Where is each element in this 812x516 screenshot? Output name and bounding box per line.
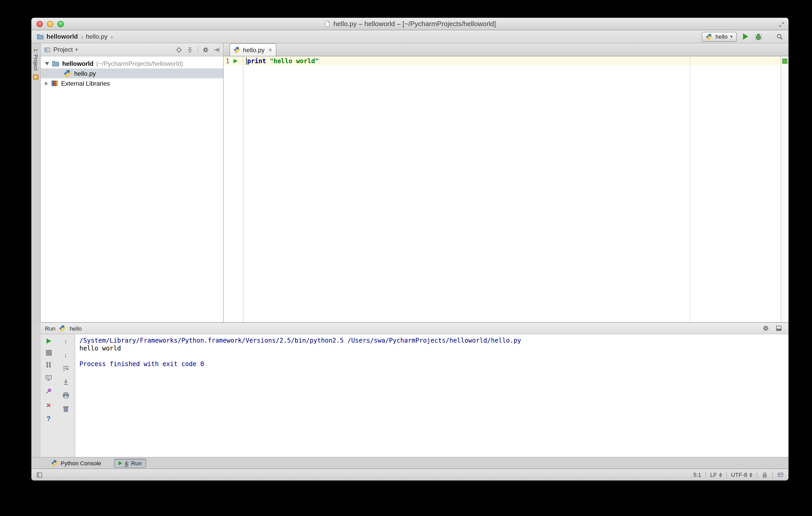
lock-icon[interactable] [761,472,768,478]
titlebar[interactable]: hello.py – helloworld – [~/PycharmProjec… [31,18,788,30]
down-stack-trace-icon[interactable]: ↓ [64,352,67,358]
tree-row-external-libraries[interactable]: External Libraries [41,78,223,88]
rerun-button[interactable] [46,338,51,344]
project-panel: Project ▾ helloworld (~/ [41,43,224,322]
up-stack-trace-icon[interactable]: ↑ [64,338,67,345]
expand-arrow-icon[interactable] [45,81,48,85]
tree-row-hello-py[interactable]: hello.py [41,68,223,78]
python-file-icon [234,47,240,53]
run-toolwindow-button[interactable]: 4: Run [114,458,146,468]
line-separator-widget[interactable]: LF [710,472,717,478]
run-toolwindow-body: × ? ↑ ↓ /System/Library/Frameworks/Pytho… [41,334,788,457]
stop-button[interactable] [46,350,52,356]
pycharm-window: hello.py – helloworld – [~/PycharmProjec… [31,18,788,481]
toolwindow-switcher-icon[interactable] [36,472,43,478]
libraries-icon [51,80,59,87]
gear-icon[interactable] [202,46,209,53]
zoom-window-button[interactable] [57,21,64,27]
project-tree: helloworld (~/PycharmProjects/helloworld… [41,56,223,88]
project-toolwindow-label: 1: Project [33,49,39,71]
navigation-bar: helloworld › hello.py › hello ▾ [31,30,788,43]
run-tab-label[interactable]: hello [69,325,82,331]
python-icon [706,33,713,40]
scroll-to-end-icon[interactable] [62,378,69,386]
traffic-lights [36,21,64,27]
pause-output-button[interactable] [47,362,51,368]
collapse-arrow-icon[interactable] [45,62,49,65]
status-separator [705,472,706,478]
breadcrumb-file[interactable]: hello.py [86,33,108,40]
left-toolwindow-stripe: 1: Project [31,43,41,322]
error-stripe-ok-marker[interactable] [782,59,787,64]
project-panel-title[interactable]: Project [53,46,73,53]
run-toolbar-primary: × ? [41,334,56,457]
run-configuration-select[interactable]: hello ▾ [702,32,737,41]
code-area[interactable]: print "hello world" [243,56,781,322]
desktop-background: hello.py – helloworld – [~/PycharmProjec… [0,0,812,516]
status-bar: 5:1 LF UTF-8 [31,468,788,481]
python-console-button[interactable]: Python Console [47,458,105,468]
help-icon[interactable]: ? [47,415,51,422]
gear-icon[interactable] [762,325,769,332]
console-line: hello world [80,345,784,353]
tree-external-libraries-label[interactable]: External Libraries [61,80,110,87]
caret-position[interactable]: 5:1 [693,472,701,478]
run-toolwindow-header: Run hello [41,323,788,334]
chevron-down-icon: ▾ [730,34,732,39]
tree-root-path: (~/PycharmProjects/helloworld) [96,60,183,67]
editor-body[interactable]: 1 print "hello world" [224,56,788,322]
python-icon [51,460,58,466]
gutter-line-1: 1 [224,56,243,65]
python-icon [59,325,66,332]
project-panel-header: Project ▾ [41,43,223,56]
status-bar-widgets: 5:1 LF UTF-8 [693,472,784,478]
editor-tab-bar: hello.py × [224,43,788,56]
screen-reader-icon[interactable] [777,472,784,478]
print-icon[interactable] [62,392,69,399]
close-toolwindow-button[interactable]: × [46,401,51,409]
folder-icon [52,60,60,67]
main-area: 1: Project Project ▾ [31,43,788,322]
close-window-button[interactable] [36,21,43,27]
status-separator [772,472,773,478]
project-toolwindow-button[interactable]: 1: Project [31,49,40,81]
console-output[interactable]: /System/Library/Frameworks/Python.framew… [75,334,788,457]
spinner-arrows-icon [749,473,752,477]
run-button[interactable] [743,33,748,40]
tree-file-name[interactable]: hello.py [74,70,96,77]
window-title-text: hello.py – helloworld – [~/PycharmProjec… [334,20,496,28]
dock-panel-icon[interactable] [776,325,782,332]
minimize-window-button[interactable] [47,21,53,27]
run-line-icon[interactable] [234,59,238,63]
chevron-down-icon[interactable]: ▾ [76,47,78,52]
clear-all-icon[interactable] [62,405,69,413]
code-keyword: print [247,57,266,64]
scroll-to-source-icon[interactable] [176,46,182,53]
console-line: Process finished with exit code 0 [80,360,784,368]
encoding-widget[interactable]: UTF-8 [731,472,747,478]
python-file-icon [64,69,71,77]
debug-button[interactable] [755,33,762,40]
tree-row-project-root[interactable]: helloworld (~/PycharmProjects/helloworld… [41,59,223,68]
show-console-icon[interactable] [45,374,52,381]
status-separator [726,472,727,478]
status-separator [757,472,757,478]
editor-tab-hello-py[interactable]: hello.py × [229,43,277,56]
breadcrumb-project[interactable]: helloworld [47,33,78,40]
toolbar-separator [198,46,198,53]
hide-panel-icon[interactable] [213,46,220,53]
error-stripe[interactable] [781,56,788,322]
project-panel-toolbar [176,46,220,53]
code-line-1[interactable]: print "hello world" [243,56,781,65]
close-tab-icon[interactable]: × [268,47,272,53]
python-console-label: Python Console [61,460,101,466]
line-number: 1 [226,57,229,64]
run-toolwindow-toolbar [762,325,784,332]
chevron-right-icon: › [111,33,113,40]
soft-wrap-icon[interactable] [62,365,69,372]
fullscreen-icon[interactable] [779,22,785,28]
pin-tab-icon[interactable] [45,388,52,395]
collapse-all-icon[interactable] [186,46,193,53]
search-icon[interactable] [776,33,783,40]
tree-root-name[interactable]: helloworld [62,60,93,67]
